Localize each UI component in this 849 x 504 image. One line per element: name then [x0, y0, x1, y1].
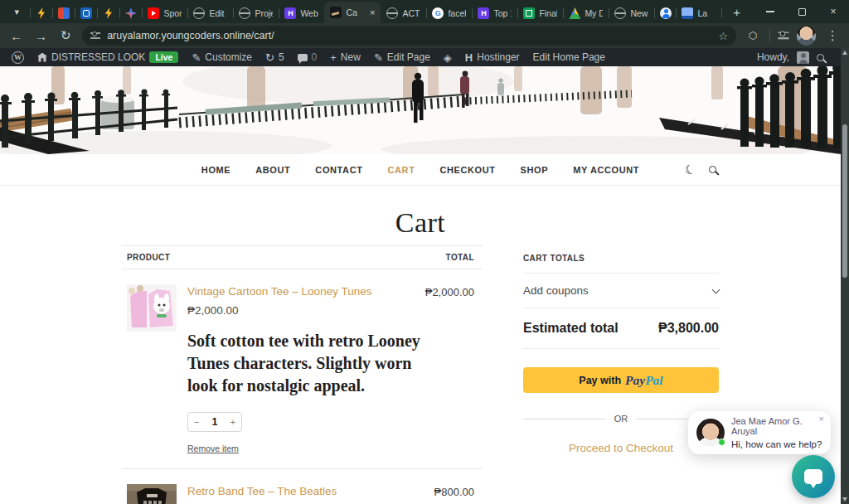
tab-title: Top 1: [493, 8, 512, 18]
forward-icon[interactable]: →: [33, 29, 50, 43]
browser-tab[interactable]: Top 1: [472, 3, 517, 23]
wp-logo-menu[interactable]: W: [5, 48, 31, 66]
sparkle-icon: [125, 7, 137, 19]
remove-item-link[interactable]: Remove item: [187, 443, 239, 453]
site-info-icon[interactable]: [90, 32, 100, 39]
admin-search-icon[interactable]: [817, 54, 824, 61]
chevron-down-icon: [712, 285, 720, 293]
browser-tab[interactable]: Websi: [279, 3, 324, 23]
browser-tab[interactable]: Edit P: [187, 3, 233, 23]
profile-avatar[interactable]: [797, 26, 817, 46]
browser-tab[interactable]: Ca ×: [324, 2, 381, 23]
toolbar-divider: [769, 29, 770, 42]
url-text[interactable]: aruyalamor.youngcoders.online/cart/: [107, 30, 711, 41]
cart-item-details: Retro Band Tee – The Beatles ₱800.00: [187, 484, 436, 504]
product-link[interactable]: Vintage Cartoon Tee – Looney Tunes: [187, 284, 436, 299]
quantity-increase-button[interactable]: +: [225, 417, 241, 427]
reload-icon[interactable]: ↻: [57, 28, 74, 43]
address-bar[interactable]: aruyalamor.youngcoders.online/cart/ ☆: [82, 26, 736, 46]
globe-icon: [193, 7, 205, 19]
new-label: New: [341, 51, 361, 63]
new-content-menu[interactable]: + New: [323, 48, 367, 66]
nav-item-home[interactable]: HOME: [201, 165, 230, 175]
chat-agent-name: Jea Mae Amor G. Aruyal: [731, 416, 822, 436]
browser-tab[interactable]: (6) Fac: [721, 3, 727, 23]
browser-tab[interactable]: New T: [609, 3, 654, 23]
site-name-menu[interactable]: DISTRESSED LOOK Live: [31, 48, 185, 66]
window-close-button[interactable]: ×: [817, 0, 849, 23]
bookmark-star-icon[interactable]: ☆: [718, 30, 728, 42]
laptop-icon: [682, 7, 693, 19]
browser-tab[interactable]: [30, 3, 52, 23]
diamond-icon: ◈: [444, 52, 452, 63]
product-link[interactable]: Retro Band Tee – The Beatles: [187, 484, 436, 499]
browser-tab[interactable]: Final E: [517, 3, 563, 23]
tab-search-chevron-icon[interactable]: ▾: [5, 2, 28, 22]
hostinger-menu[interactable]: H Hostinger: [458, 48, 526, 66]
admin-bar-right: Howdy,: [757, 51, 836, 64]
page-scrollbar[interactable]: [841, 48, 849, 504]
scrollbar-down-arrow[interactable]: [842, 497, 847, 502]
dark-mode-toggle-icon[interactable]: ☾: [682, 161, 697, 178]
add-coupons-toggle[interactable]: Add coupons: [523, 274, 719, 308]
tab-title: My Dr: [585, 8, 603, 18]
window-minimize-button[interactable]: [754, 0, 786, 23]
browser-tab[interactable]: Spong: [142, 3, 187, 23]
edit-page-menu[interactable]: ✎ Edit Page: [367, 48, 437, 66]
updates-menu[interactable]: ↻ 5: [259, 48, 291, 66]
paypal-button[interactable]: Pay with Pay Pal: [523, 367, 719, 393]
chrome-menu-icon[interactable]: ⋮: [824, 28, 841, 43]
browser-tab[interactable]: Projec: [233, 3, 279, 23]
comments-menu[interactable]: 0: [291, 48, 324, 66]
quantity-stepper[interactable]: − 1 +: [187, 412, 242, 432]
nav-item-about[interactable]: ABOUT: [255, 165, 290, 175]
product-image-looney-tunes[interactable]: [127, 284, 177, 332]
google-icon: [432, 7, 444, 19]
site-navigation: HOME ABOUT CONTACT CART CHECKOUT SHOP MY…: [0, 154, 841, 186]
live-badge: Live: [149, 51, 178, 63]
product-image-beatles[interactable]: [127, 484, 177, 504]
customize-menu[interactable]: ✎ Customize: [185, 48, 259, 66]
browser-tab[interactable]: [119, 3, 142, 23]
reading-list-icon[interactable]: [778, 32, 788, 40]
browser-tab[interactable]: ACTIV: [381, 3, 426, 23]
browser-tab[interactable]: [75, 3, 97, 23]
browser-tab[interactable]: My Dr: [563, 3, 609, 23]
back-icon[interactable]: ←: [8, 29, 25, 43]
quantity-decrease-button[interactable]: −: [188, 417, 205, 427]
estimated-total-row: Estimated total ₱3,800.00: [523, 308, 719, 349]
edit-home-page-menu[interactable]: Edit Home Page: [526, 48, 612, 66]
nav-item-my-account[interactable]: MY ACCOUNT: [573, 165, 639, 175]
chat-close-icon[interactable]: ×: [819, 414, 824, 424]
chat-greeting-card[interactable]: × Jea Mae Amor G. Aruyal Hi, how can we …: [688, 411, 831, 454]
comments-icon: [298, 54, 308, 61]
search-icon[interactable]: [709, 166, 716, 173]
new-tab-button[interactable]: +: [727, 2, 746, 22]
browser-tab[interactable]: [97, 3, 119, 23]
nav-item-shop[interactable]: SHOP: [521, 165, 549, 175]
browser-tab[interactable]: La: [676, 3, 721, 23]
paypal-logo: Pal: [645, 373, 663, 388]
comments-count: 0: [312, 51, 318, 63]
browser-tab[interactable]: [52, 3, 75, 23]
quantity-value[interactable]: 1: [205, 416, 225, 428]
browser-tab[interactable]: facebo: [426, 3, 472, 23]
tab-close-icon[interactable]: ×: [370, 7, 375, 17]
browser-tab[interactable]: [654, 3, 676, 23]
extensions-icon[interactable]: ⬡: [745, 30, 761, 41]
user-avatar[interactable]: [797, 51, 809, 64]
window-maximize-button[interactable]: [786, 0, 817, 23]
seo-menu[interactable]: ◈: [437, 48, 458, 66]
nav-item-checkout[interactable]: CHECKOUT: [439, 165, 495, 175]
globe-icon: [386, 7, 398, 19]
nav-item-contact[interactable]: CONTACT: [315, 165, 362, 175]
or-label: OR: [614, 414, 628, 424]
plus-icon: +: [330, 52, 337, 63]
scrollbar-thumb[interactable]: [842, 124, 847, 278]
nav-item-cart[interactable]: CART: [388, 165, 415, 175]
chat-launcher-button[interactable]: [792, 455, 835, 498]
site-name: DISTRESSED LOOK: [51, 51, 145, 63]
product-description: Soft cotton tee with retro Looney Tunes …: [187, 330, 436, 398]
tab-title: Final E: [539, 8, 557, 18]
scrollbar-up-arrow[interactable]: [842, 51, 847, 55]
